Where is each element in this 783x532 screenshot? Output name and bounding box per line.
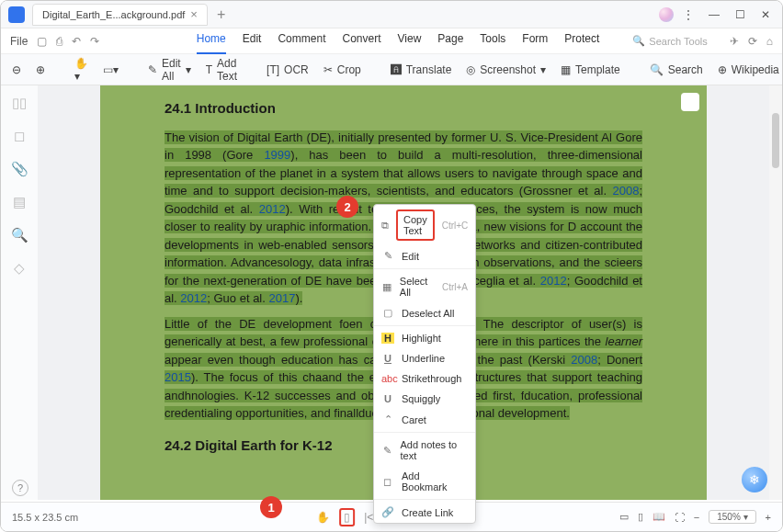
ctx-caret[interactable]: ⌃Caret <box>374 409 475 430</box>
ctx-underline[interactable]: UUnderline <box>374 348 475 368</box>
edit-all-button[interactable]: ✎ Edit All▾ <box>148 57 191 83</box>
send-icon[interactable]: ✈ <box>730 35 739 48</box>
ctx-strikethrough[interactable]: abcStrikethrough <box>374 368 475 389</box>
titlebar: Digital_Earth_E...ackground.pdf × + ⋮ — … <box>1 1 782 28</box>
ctx-highlight[interactable]: HHighlight <box>374 328 475 348</box>
zoom-level[interactable]: 150% ▾ <box>709 510 755 524</box>
save-icon[interactable]: ▢ <box>37 35 47 48</box>
zoom-controls: ▭ ▯ 📖 ⛶ − 150% ▾ + <box>619 510 771 524</box>
undo-icon[interactable]: ↶ <box>72 35 81 48</box>
redo-icon[interactable]: ↷ <box>90 35 99 48</box>
strike-icon: abc <box>381 373 394 384</box>
ref-2012b[interactable]: 2012 <box>540 274 567 288</box>
select-tool[interactable]: ▭▾ <box>103 63 119 76</box>
zoom-in-status[interactable]: + <box>766 512 771 523</box>
ctx-create-link[interactable]: 🔗Create Link <box>374 502 475 523</box>
assistant-fab[interactable]: ❄ <box>742 467 767 492</box>
template-button[interactable]: ▦ Template <box>561 63 620 76</box>
selectall-icon: ▦ <box>381 281 392 293</box>
fullscreen-icon[interactable]: ⛶ <box>675 512 685 523</box>
close-window-button[interactable]: ✕ <box>755 8 777 21</box>
menu-view[interactable]: View <box>398 28 422 54</box>
document-tab[interactable]: Digital_Earth_E...ackground.pdf × <box>32 4 208 26</box>
wikipedia-button[interactable]: ⊕ Wikipedia <box>718 63 779 76</box>
ref-2015[interactable]: 2015 <box>165 370 191 384</box>
crop-button[interactable]: ✂ Crop <box>323 63 361 76</box>
copy-icon: ⧉ <box>381 220 389 232</box>
menu-home[interactable]: Home <box>197 28 226 54</box>
highlight-icon: H <box>381 333 394 344</box>
more-icon[interactable]: ⋮ <box>677 8 699 21</box>
layers-icon[interactable]: ◇ <box>14 260 25 277</box>
search-panel-icon[interactable]: 🔍 <box>11 227 28 243</box>
ocr-button[interactable]: [T] OCR <box>267 63 309 76</box>
select-mode-icon[interactable]: ▯ <box>339 508 355 526</box>
menu-comment[interactable]: Comment <box>278 28 325 54</box>
attachments-icon[interactable]: 📎 <box>11 161 28 177</box>
home-toolbar: ⊖ ⊕ ✋▾ ▭▾ ✎ Edit All▾ T Add Text [T] OCR… <box>1 54 782 85</box>
page-dimensions: 15.5 x 23.5 cm <box>12 512 78 523</box>
fit-width-icon[interactable]: ▭ <box>619 511 629 523</box>
print-icon[interactable]: ⎙ <box>56 35 62 48</box>
squiggly-icon: U <box>381 393 394 404</box>
maximize-button[interactable]: ☐ <box>729 8 751 21</box>
ctx-add-bookmark[interactable]: ◻Add Bookmark <box>374 466 475 497</box>
ctx-select-all[interactable]: ▦Select AllCtrl+A <box>374 271 475 302</box>
ctx-edit[interactable]: ✎Edit <box>374 245 475 266</box>
fit-page-icon[interactable]: ▯ <box>638 511 643 523</box>
heading-24-1: 24.1 Introduction <box>165 98 642 119</box>
thumbnails-icon[interactable]: ▯▯ <box>12 95 27 111</box>
menu-convert[interactable]: Convert <box>342 28 380 54</box>
help-button[interactable]: ? <box>12 480 28 496</box>
menu-tools[interactable]: Tools <box>480 28 505 54</box>
bookmark-icon: ◻ <box>381 476 394 488</box>
ref-2012c[interactable]: 2012 <box>180 291 207 305</box>
ctx-copy-text[interactable]: ⧉Copy TextCtrl+C <box>374 205 475 245</box>
file-menu[interactable]: File <box>10 35 28 48</box>
home-icon[interactable]: ⌂ <box>766 35 773 48</box>
ref-2012a[interactable]: 2012 <box>259 202 286 216</box>
underline-icon: U <box>381 353 394 364</box>
ctx-squiggly[interactable]: USquiggly <box>374 389 475 409</box>
add-tab-button[interactable]: + <box>208 6 234 23</box>
search-tools[interactable]: 🔍 Search Tools <box>632 28 707 54</box>
ctx-deselect-all[interactable]: ▢Deselect All <box>374 302 475 323</box>
zoom-in-button[interactable]: ⊕ <box>36 63 45 76</box>
minimize-button[interactable]: — <box>703 8 725 21</box>
first-page-button[interactable]: |< <box>364 511 373 524</box>
menu-edit[interactable]: Edit <box>243 28 262 54</box>
comments-icon[interactable]: ▤ <box>13 194 26 210</box>
menu-form[interactable]: Form <box>522 28 548 54</box>
close-tab-icon[interactable]: × <box>190 7 198 21</box>
ref-2008b[interactable]: 2008 <box>571 353 597 367</box>
cloud-icon[interactable]: ⟳ <box>748 35 757 48</box>
zoom-out-button[interactable]: ⊖ <box>12 63 21 76</box>
header-right-icons: ✈ ⟳ ⌂ <box>730 35 773 48</box>
menu-bar: Home Edit Comment Convert View Page Tool… <box>197 28 708 54</box>
app-logo-icon <box>8 6 25 23</box>
left-sidebar: ▯▯ ◻ 📎 ▤ 🔍 ◇ <box>1 85 38 500</box>
zoom-out-status[interactable]: − <box>694 512 699 523</box>
ref-1999[interactable]: 1999 <box>264 148 290 162</box>
ref-2017[interactable]: 2017 <box>268 291 295 305</box>
annotation-marker-1: 1 <box>260 496 282 518</box>
bookmarks-icon[interactable]: ◻ <box>14 128 25 144</box>
deselect-icon: ▢ <box>381 307 394 319</box>
screenshot-button[interactable]: ◎ Screenshot▾ <box>466 63 546 76</box>
assistant-orb-icon[interactable] <box>659 7 674 22</box>
menu-page[interactable]: Page <box>437 28 463 54</box>
search-button[interactable]: 🔍 Search <box>650 63 703 76</box>
hand-mode-icon[interactable]: ✋ <box>316 511 330 524</box>
link-icon: 🔗 <box>381 506 394 518</box>
ctx-add-notes[interactable]: ✎Add notes to text <box>374 435 475 466</box>
vertical-scrollbar[interactable] <box>769 85 782 500</box>
edit-icon: ✎ <box>381 250 394 262</box>
caret-icon: ⌃ <box>381 413 394 425</box>
reading-mode-icon[interactable]: 📖 <box>652 511 665 523</box>
translate-button[interactable]: 🅰 Translate <box>391 63 452 76</box>
ref-2008[interactable]: 2008 <box>612 184 639 198</box>
hand-tool[interactable]: ✋▾ <box>74 57 88 83</box>
tab-title: Digital_Earth_E...ackground.pdf <box>42 9 185 20</box>
menu-protect[interactable]: Protect <box>564 28 599 54</box>
add-text-button[interactable]: T Add Text <box>206 57 237 83</box>
